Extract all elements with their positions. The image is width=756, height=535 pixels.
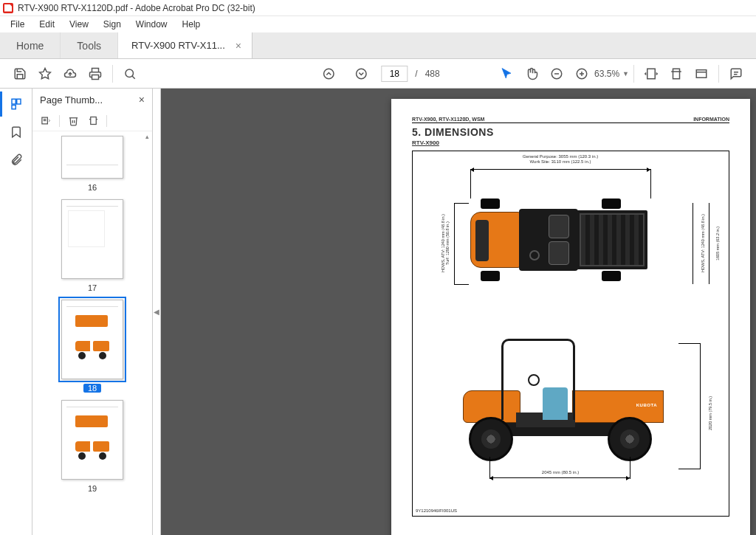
save-icon[interactable] (7, 61, 32, 86)
svg-point-2 (126, 69, 134, 77)
tab-document[interactable]: RTV-X900 RTV-X11... × (118, 32, 252, 58)
comment-icon[interactable] (724, 61, 749, 86)
document-page: RTV-X900, RTV-X1120D, WSM INFORMATION 5.… (391, 99, 750, 535)
thumbnails-close-icon[interactable]: × (139, 94, 145, 106)
svg-rect-19 (16, 99, 20, 104)
dim-wheelbase: 2045 mm (80.5 in.) (523, 470, 597, 475)
tab-document-label: RTV-X900 RTV-X11... (131, 40, 225, 51)
fit-width-icon[interactable] (639, 61, 664, 86)
dim-top-1: General Purpose: 3055 mm (120.3 in.) (487, 154, 634, 159)
page-separator: / (415, 69, 417, 79)
menu-edit[interactable]: Edit (32, 18, 62, 31)
menubar: File Edit View Sign Window Help (0, 16, 756, 32)
read-mode-icon[interactable] (689, 61, 714, 86)
menu-help[interactable]: Help (175, 18, 208, 31)
vehicle-side-view: KUBOTA (454, 331, 676, 464)
thumbnails-panel: Page Thumb... × ▴ 16 17 (32, 89, 153, 535)
zoom-value: 63.5% (594, 69, 619, 79)
page-number-input[interactable] (381, 66, 408, 82)
thumb-delete-icon[interactable] (64, 113, 82, 129)
acrobat-icon (3, 3, 13, 13)
svg-rect-18 (12, 99, 16, 104)
vehicle-top-view (470, 196, 647, 284)
dim-top-2: Work Site: 3110 mm (122.5 in.) (487, 159, 634, 165)
svg-point-4 (324, 69, 334, 79)
page-up-icon[interactable] (316, 61, 341, 86)
svg-line-3 (132, 76, 135, 79)
scroll-up-icon[interactable]: ▴ (145, 133, 149, 140)
svg-rect-12 (673, 69, 680, 79)
zoom-dropdown[interactable]: 63.5% ▼ (594, 69, 629, 79)
tab-home[interactable]: Home (0, 32, 61, 58)
thumb-item-17[interactable]: 17 (32, 199, 152, 292)
thumbnails-list[interactable]: ▴ 16 17 (32, 131, 152, 535)
thumb-item-16[interactable]: 16 (32, 136, 152, 192)
svg-rect-14 (696, 69, 707, 77)
window-title: RTV-X900 RTV-X1120D.pdf - Adobe Acrobat … (18, 3, 255, 13)
panel-collapse-handle[interactable]: ◀ (153, 89, 161, 535)
fit-page-icon[interactable] (664, 61, 689, 86)
svg-marker-0 (40, 68, 51, 78)
doc-heading: 5. DIMENSIONS (412, 126, 729, 138)
document-viewer[interactable]: RTV-X900, RTV-X1120D, WSM INFORMATION 5.… (161, 89, 756, 535)
cloud-upload-icon[interactable] (58, 61, 83, 86)
thumb-item-18[interactable]: 18 (32, 300, 152, 393)
star-icon[interactable] (32, 61, 58, 86)
tab-tools[interactable]: Tools (61, 32, 118, 58)
tabstrip: Home Tools RTV-X900 RTV-X11... × (0, 32, 756, 59)
menu-window[interactable]: Window (128, 18, 175, 31)
doc-subheading: RTV-X900 (412, 139, 729, 146)
svg-point-5 (357, 69, 367, 79)
titlebar: RTV-X900 RTV-X1120D.pdf - Adobe Acrobat … (0, 0, 756, 16)
thumbnails-rail-icon[interactable] (8, 96, 24, 112)
thumb-item-19[interactable]: 19 (32, 400, 152, 493)
doc-header-right: INFORMATION (693, 117, 729, 122)
main-area: Page Thumb... × ▴ 16 17 (0, 89, 756, 535)
tab-close-icon[interactable]: × (236, 40, 241, 52)
svg-rect-20 (12, 106, 16, 109)
toolbar: / 488 63.5% ▼ (0, 59, 756, 89)
attachment-rail-icon[interactable] (8, 152, 24, 168)
menu-view[interactable]: View (62, 18, 96, 31)
dim-right-1: HDWS, ATV: 1240 mm (48.8 in.) (701, 215, 705, 273)
zoom-in-icon[interactable] (569, 61, 594, 86)
doc-header-left: RTV-X900, RTV-X1120D, WSM (412, 117, 484, 122)
dim-side-height: 2020 mm (79.5 in.) (708, 396, 712, 430)
svg-rect-26 (90, 117, 96, 125)
page-down-icon[interactable] (348, 61, 374, 86)
page-total: 488 (425, 69, 440, 79)
zoom-out-icon[interactable] (544, 61, 569, 86)
menu-file[interactable]: File (3, 18, 32, 31)
chevron-left-icon: ◀ (154, 308, 159, 316)
left-rail (0, 89, 32, 535)
bookmark-rail-icon[interactable] (8, 124, 24, 140)
svg-rect-11 (647, 69, 656, 79)
doc-code-bl: 9Y1210946IFI001US (416, 508, 457, 513)
thumb-rotate-icon[interactable] (84, 113, 102, 129)
dim-left-2: Turf: 1290 mm (50.8 in.) (445, 222, 450, 266)
print-icon[interactable] (83, 61, 108, 86)
search-icon[interactable] (117, 61, 142, 86)
hand-tool-icon[interactable] (519, 61, 544, 86)
svg-rect-1 (92, 75, 99, 79)
dim-right-2: 1605 mm (63.2 in.) (715, 227, 720, 260)
thumb-options-icon[interactable] (37, 113, 55, 129)
diagram-box: General Purpose: 3055 mm (120.3 in.) Wor… (412, 151, 729, 517)
thumbnails-toolbar (32, 111, 152, 131)
menu-sign[interactable]: Sign (96, 18, 128, 31)
thumbnails-title: Page Thumb... (40, 94, 139, 106)
select-tool-icon[interactable] (494, 61, 519, 86)
chevron-down-icon: ▼ (622, 70, 629, 77)
brand-text: KUBOTA (636, 403, 657, 407)
